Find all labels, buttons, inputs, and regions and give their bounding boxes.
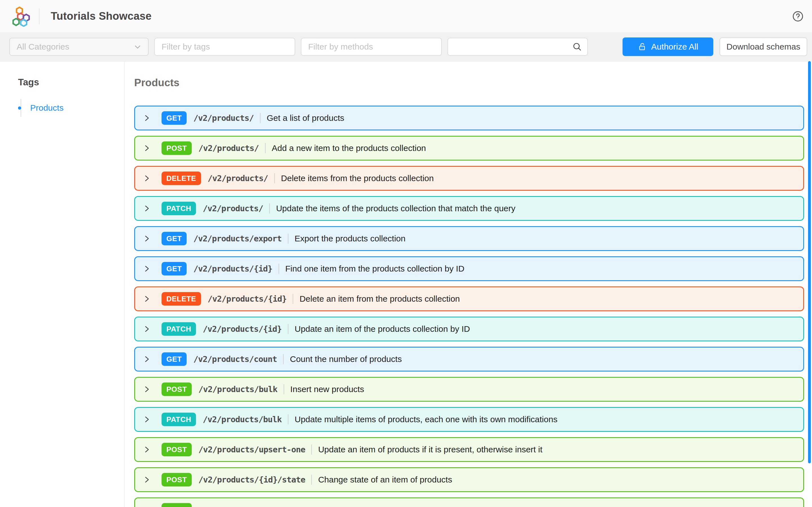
endpoint-description: Update an item of the products collectio… (295, 324, 470, 334)
endpoint-description: Update the items of the products collect… (276, 204, 515, 213)
expand-chevron-icon[interactable] (142, 144, 151, 152)
endpoint-row[interactable]: GET /v2/products/ Get a list of products (134, 106, 804, 130)
download-schemas-label: Download schemas (726, 42, 801, 52)
endpoint-row[interactable]: DELETE /v2/products/ Delete items from t… (134, 166, 804, 191)
download-schemas-button[interactable]: Download schemas (719, 38, 807, 56)
endpoint-row[interactable]: DELETE /v2/products/{id} Delete an item … (134, 286, 804, 311)
sidebar-heading: Tags (18, 77, 124, 88)
method-badge: PATCH (161, 202, 196, 215)
expand-chevron-icon[interactable] (142, 506, 151, 507)
endpoint-description: Count the number of products (290, 354, 402, 364)
page-title: Tutorials Showcase (51, 10, 152, 22)
endpoint-description: Delete an item from the products collect… (299, 294, 460, 304)
sidebar-item-products[interactable]: Products (18, 100, 124, 116)
sidebar-item-label[interactable]: Products (30, 103, 63, 113)
endpoint-path: /v2/products/ (203, 204, 263, 213)
endpoint-row[interactable]: PATCH /v2/products/{id} Update an item o… (134, 317, 804, 341)
sidebar: Tags Products (0, 62, 124, 507)
search-icon (572, 42, 582, 52)
endpoint-path: /v2/products/bulk (199, 385, 277, 394)
path-description-divider (283, 354, 284, 364)
endpoint-description: Delete items from the products collectio… (281, 173, 434, 183)
main-panel: Products GET /v2/products/ Get a list of… (124, 62, 812, 507)
endpoint-row[interactable]: GET /v2/products/export Export the produ… (134, 226, 804, 251)
expand-chevron-icon[interactable] (142, 445, 151, 454)
endpoint-row[interactable]: POST /v2/products/bulk Insert new produc… (134, 377, 804, 402)
endpoint-row[interactable]: PATCH /v2/products/bulk Update multiple … (134, 407, 804, 432)
endpoint-description: Add a new item to the products collectio… (272, 144, 426, 153)
path-description-divider (260, 113, 260, 123)
endpoint-list: GET /v2/products/ Get a list of products… (134, 106, 804, 507)
category-select-value: All Categories (17, 42, 69, 52)
expand-chevron-icon[interactable] (142, 415, 151, 424)
path-description-divider (293, 294, 293, 304)
endpoint-path: /v2/products/{id} (203, 324, 282, 334)
path-description-divider (288, 233, 289, 244)
expand-chevron-icon[interactable] (142, 174, 151, 182)
endpoint-path: /v2/products/{id}/state (199, 475, 305, 485)
expand-chevron-icon[interactable] (142, 295, 151, 303)
hexagons-logo-icon (12, 6, 31, 27)
search-box (448, 38, 588, 56)
chevron-down-icon (133, 43, 142, 51)
expand-chevron-icon[interactable] (142, 325, 151, 333)
help-icon[interactable] (792, 10, 804, 22)
endpoint-row[interactable]: POST /v2/products/upsert-one Update an i… (134, 437, 804, 462)
tag-filter-input[interactable] (154, 38, 295, 56)
method-badge: GET (161, 262, 187, 276)
endpoint-description: Insert new products (290, 385, 364, 394)
endpoint-description: Get a list of products (267, 113, 344, 123)
section-heading: Products (134, 77, 812, 89)
method-badge: POST (161, 443, 192, 456)
method-badge: GET (161, 232, 187, 245)
endpoint-row[interactable]: PATCH /v2/products/ Update the items of … (134, 196, 804, 221)
app-logo (12, 6, 31, 27)
expand-chevron-icon[interactable] (142, 114, 151, 122)
expand-chevron-icon[interactable] (142, 234, 151, 243)
method-badge: GET (161, 352, 187, 366)
method-filter-input[interactable] (301, 38, 442, 56)
method-badge: DELETE (161, 172, 201, 185)
method-badge: DELETE (161, 292, 201, 305)
endpoint-path: /v2/products/ (199, 144, 259, 153)
header-divider (39, 8, 40, 24)
endpoint-row[interactable]: POST /v2/products/ Add a new item to the… (134, 136, 804, 161)
endpoint-description: Update an item of products if it is pres… (318, 445, 542, 454)
search-input[interactable] (448, 38, 588, 56)
path-description-divider (265, 143, 266, 153)
path-description-divider (288, 324, 289, 334)
endpoint-row[interactable]: GET /v2/products/count Count the number … (134, 347, 804, 372)
endpoint-description: Find one item from the products collecti… (285, 264, 464, 274)
method-badge: PATCH (161, 322, 196, 336)
endpoint-path: /v2/products/{id} (193, 264, 272, 274)
path-description-divider (311, 445, 312, 455)
endpoint-description: Update multiple items of products, each … (295, 414, 557, 424)
tags-anchor-nav: Products (18, 100, 124, 116)
endpoint-row[interactable]: POST /v2/products/{id}/state Change stat… (134, 467, 804, 492)
endpoint-description: Export the products collection (295, 234, 406, 243)
method-badge: PATCH (161, 413, 196, 426)
path-description-divider (284, 384, 284, 394)
category-select[interactable]: All Categories (9, 38, 149, 56)
endpoint-path: /v2/products/count (193, 354, 277, 364)
expand-chevron-icon[interactable] (142, 385, 151, 393)
expand-chevron-icon[interactable] (142, 475, 151, 484)
scrollbar-thumb[interactable] (808, 61, 811, 463)
endpoint-path: /v2/products/{id} (208, 294, 287, 304)
method-badge: POST (161, 142, 192, 155)
endpoint-row[interactable]: GET /v2/products/{id} Find one item from… (134, 256, 804, 281)
expand-chevron-icon[interactable] (142, 265, 151, 273)
endpoint-path: /v2/products/export (193, 234, 282, 243)
endpoint-path: /v2/products/bulk (203, 414, 282, 424)
endpoint-path: /v2/products/ (208, 173, 268, 183)
path-description-divider (269, 203, 270, 214)
endpoint-path: /v2/products/ (193, 113, 254, 123)
expand-chevron-icon[interactable] (142, 355, 151, 363)
endpoint-row[interactable]: POST (134, 497, 804, 507)
endpoint-path: /v2/products/upsert-one (199, 445, 305, 454)
path-description-divider (278, 264, 279, 274)
path-description-divider (274, 173, 275, 183)
unlock-icon (638, 42, 647, 51)
authorize-all-button[interactable]: Authorize All (622, 38, 713, 56)
expand-chevron-icon[interactable] (142, 204, 151, 213)
